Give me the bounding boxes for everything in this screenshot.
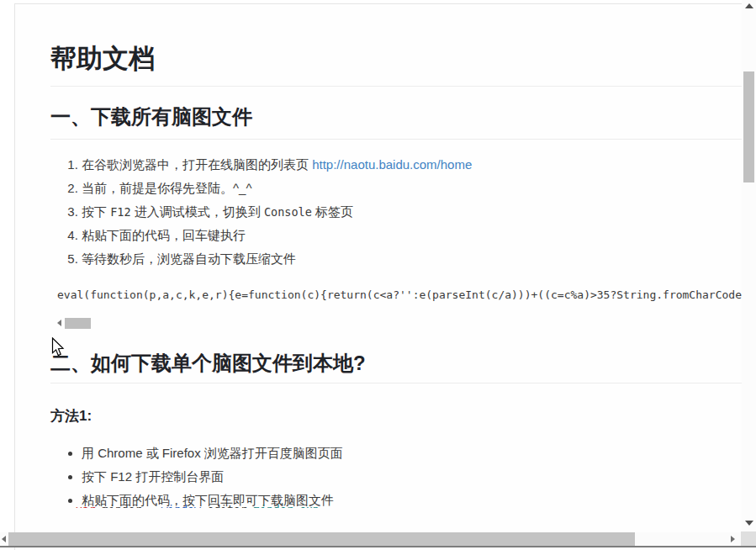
bullet-text: 按下 F12 打开控制台界面 [82, 469, 224, 484]
page-title: 帮助文档 [50, 42, 743, 87]
clipped-code-line: var minder = window.editor.minder.export… [76, 504, 320, 508]
method-subheading: 方法1: [50, 407, 743, 425]
section-heading-1: 一、下载所有脑图文件 [50, 103, 743, 140]
code-block[interactable]: eval(function(p,a,c,k,e,r){e=function(c)… [57, 288, 756, 303]
inline-code-f12: F12 [110, 205, 130, 219]
step-text: 按下 [82, 204, 110, 219]
inline-code-console: Console [264, 205, 312, 219]
list-item: 在谷歌浏览器中，打开在线脑图的列表页 http://naotu.baidu.co… [82, 153, 743, 177]
list-item: 粘贴下面的代码，按下回车即可下载脑图文件 [82, 489, 743, 512]
code-token: .editor. [201, 504, 254, 508]
list-item: 用 Chrome 或 Firefox 浏览器打开百度脑图页面 [82, 442, 743, 465]
vertical-scrollbar[interactable] [742, 0, 756, 546]
step-text: 当前，前提是你得先登陆。^_^ [82, 181, 251, 195]
step-text: 在谷歌浏览器中，打开在线脑图的列表页 [82, 157, 312, 172]
horizontal-scrollbar-thumb[interactable] [8, 532, 635, 546]
scroll-left-arrow-icon[interactable] [57, 320, 61, 326]
scroll-right-arrow-icon[interactable] [731, 536, 735, 542]
steps-list: 在谷歌浏览器中，打开在线脑图的列表页 http://naotu.baidu.co… [50, 153, 743, 271]
scroll-left-arrow-icon[interactable] [2, 536, 6, 542]
step-text: 标签页 [312, 204, 353, 219]
window-bottom-border [0, 546, 756, 547]
code-token: var [76, 504, 95, 508]
step-text: 等待数秒后，浏览器自动下载压缩文件 [82, 251, 296, 266]
scrollbar-corner [741, 531, 756, 546]
list-item: 当前，前提是你得先登陆。^_^ [82, 177, 743, 200]
list-item: 粘贴下面的代码，回车键执行 [82, 224, 743, 247]
list-item: 按下 F12 进入调试模式，切换到 Console 标签页 [82, 200, 743, 224]
code-token: minder = [95, 504, 161, 508]
vertical-scrollbar-thumb[interactable] [743, 71, 754, 182]
code-scrollbar-thumb[interactable] [65, 318, 91, 329]
naotu-home-link[interactable]: http://naotu.baidu.com/home [312, 157, 472, 172]
horizontal-scrollbar[interactable] [0, 532, 756, 546]
bullet-text: 用 Chrome 或 Firefox 浏览器打开百度脑图页面 [82, 446, 343, 460]
section-heading-2: 二、如何下载单个脑图文件到本地? [50, 351, 743, 383]
code-token: minder.exportData [253, 504, 320, 508]
document-content: 帮助文档 一、下载所有脑图文件 在谷歌浏览器中，打开在线脑图的列表页 http:… [15, 42, 743, 512]
list-item: 按下 F12 打开控制台界面 [82, 465, 743, 489]
scroll-down-arrow-icon[interactable] [745, 521, 753, 526]
scroll-up-arrow-icon[interactable] [745, 3, 753, 8]
step-text: 进入调试模式，切换到 [131, 204, 264, 219]
document-panel: 帮助文档 一、下载所有脑图文件 在谷歌浏览器中，打开在线脑图的列表页 http:… [14, 3, 743, 550]
bullets-list: 用 Chrome 或 Firefox 浏览器打开百度脑图页面 按下 F12 打开… [50, 442, 743, 512]
code-scrollbar[interactable] [57, 318, 309, 329]
list-item: 等待数秒后，浏览器自动下载压缩文件 [82, 247, 743, 271]
code-token: window [161, 504, 201, 508]
step-text: 粘贴下面的代码，回车键执行 [82, 228, 246, 242]
